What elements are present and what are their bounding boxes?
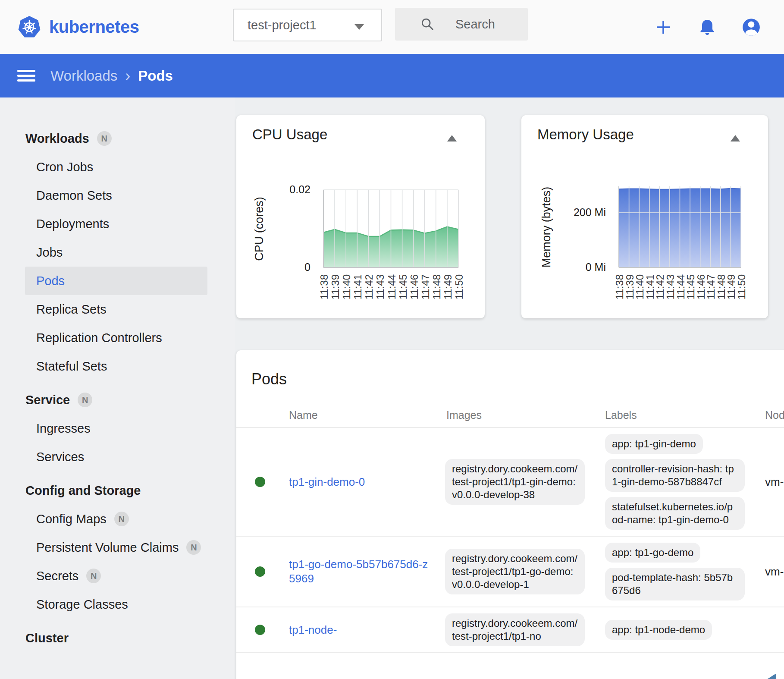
top-header: kubernetes test-project1 xyxy=(0,0,784,54)
images-cell: registry.dory.cookeem.com/test-project1/… xyxy=(445,459,605,505)
kubernetes-logo-icon xyxy=(17,15,41,39)
brand-name: kubernetes xyxy=(49,17,139,37)
sidebar-item-label: Replica Sets xyxy=(36,302,107,317)
sidebar-item-storage-classes[interactable]: Storage Classes xyxy=(25,590,207,619)
pod-name-link[interactable]: tp1-go-demo-5b57b675d6-z5969 xyxy=(289,557,431,586)
label-chip: app: tp1-node-demo xyxy=(605,620,712,640)
label-chip: controller-revision-hash: tp1-gin-demo-5… xyxy=(605,459,745,492)
labels-cell: app: tp1-node-demo xyxy=(605,620,765,640)
namespaced-badge: N xyxy=(186,540,201,555)
svg-text:11:43: 11:43 xyxy=(374,274,386,299)
pods-table-card: Pods Name Images Labels Node tp1-gin-dem… xyxy=(236,350,784,679)
chevron-right-icon: › xyxy=(125,67,130,85)
node-cell: vm- xyxy=(765,565,784,578)
table-row: tp1-node-registry.dory.cookeem.com/test-… xyxy=(236,607,784,653)
notifications-button[interactable] xyxy=(693,13,722,42)
namespaced-badge: N xyxy=(97,131,112,146)
sidebar-item-label: Pods xyxy=(36,274,65,288)
sidebar-item-label: Daemon Sets xyxy=(36,189,112,203)
menu-icon[interactable] xyxy=(17,67,35,84)
sidebar-item-deployments[interactable]: Deployments xyxy=(25,210,207,238)
collapse-arrow-icon[interactable] xyxy=(731,135,740,141)
sidebar-group-header-workloads[interactable]: WorkloadsN xyxy=(25,124,235,153)
sidebar-nav: WorkloadsNCron JobsDaemon SetsDeployment… xyxy=(0,97,235,679)
pod-name-link[interactable]: tp1-node- xyxy=(289,623,337,637)
sidebar-item-label: Storage Classes xyxy=(36,597,128,612)
label-chip: pod-template-hash: 5b57b675d6 xyxy=(605,568,745,600)
sidebar-item-pods[interactable]: Pods xyxy=(25,267,207,295)
charts-row: CPU Usage CPU (cores) 0.02 0 11:3811:391… xyxy=(236,115,784,318)
sidebar-item-config-maps[interactable]: Config MapsN xyxy=(25,505,207,533)
pods-table-title: Pods xyxy=(236,350,784,388)
svg-text:11:46: 11:46 xyxy=(408,274,420,299)
memory-y-axis-label: Memory (bytes) xyxy=(527,186,566,267)
search-input[interactable] xyxy=(455,17,528,32)
sidebar-item-cron-jobs[interactable]: Cron Jobs xyxy=(25,153,207,181)
sidebar-item-jobs[interactable]: Jobs xyxy=(25,238,207,267)
images-cell: registry.dory.cookeem.com/test-project1/… xyxy=(445,549,605,594)
sidebar-item-daemon-sets[interactable]: Daemon Sets xyxy=(25,181,207,210)
header-actions xyxy=(649,0,781,54)
memory-usage-card: Memory Usage Memory (bytes) 200 Mi 0 Mi … xyxy=(521,115,768,318)
svg-text:11:45: 11:45 xyxy=(397,274,409,299)
brand[interactable]: kubernetes xyxy=(17,15,139,39)
account-button[interactable] xyxy=(737,13,766,42)
plus-icon xyxy=(654,18,673,37)
status-cell xyxy=(236,477,289,487)
sidebar-item-label: Jobs xyxy=(36,245,63,260)
pod-status-icon xyxy=(255,625,265,635)
sidebar-item-replication-controllers[interactable]: Replication Controllers xyxy=(25,324,207,352)
table-header-row: Name Images Labels Node xyxy=(236,403,784,428)
svg-text:11:38: 11:38 xyxy=(318,274,330,299)
pod-name-link[interactable]: tp1-gin-demo-0 xyxy=(289,475,365,489)
status-cell xyxy=(236,625,289,635)
name-cell: tp1-go-demo-5b57b675d6-z5969 xyxy=(289,557,445,586)
bell-icon xyxy=(698,18,717,37)
sidebar-item-stateful-sets[interactable]: Stateful Sets xyxy=(25,352,207,380)
sidebar-item-services[interactable]: Services xyxy=(25,443,207,471)
sidebar-group-label: Workloads xyxy=(25,132,89,146)
collapse-arrow-icon[interactable] xyxy=(447,135,457,141)
name-cell: tp1-gin-demo-0 xyxy=(289,475,445,489)
add-button[interactable] xyxy=(649,13,678,42)
sidebar-item-label: Ingresses xyxy=(36,421,91,436)
table-body: tp1-gin-demo-0registry.dory.cookeem.com/… xyxy=(236,428,784,653)
images-cell: registry.dory.cookeem.com/test-project1/… xyxy=(445,613,605,646)
sidebar-item-secrets[interactable]: SecretsN xyxy=(25,562,207,590)
table-row: tp1-gin-demo-0registry.dory.cookeem.com/… xyxy=(236,428,784,537)
image-chip: registry.dory.cookeem.com/test-project1/… xyxy=(445,549,585,594)
namespaced-badge: N xyxy=(86,569,101,583)
sidebar-item-label: Services xyxy=(36,450,84,464)
column-header-node: Node xyxy=(765,409,784,421)
sidebar-group-header-config-and-storage[interactable]: Config and Storage xyxy=(25,476,235,505)
sidebar-item-persistent-volume-claims[interactable]: Persistent Volume ClaimsN xyxy=(25,533,207,562)
sidebar-item-label: Secrets xyxy=(36,569,78,583)
cpu-y-axis-label: CPU (cores) xyxy=(240,190,279,267)
svg-text:11:49: 11:49 xyxy=(442,274,454,299)
column-header-images: Images xyxy=(445,409,605,421)
sidebar-group-header-cluster[interactable]: Cluster xyxy=(25,624,235,652)
sidebar-item-replica-sets[interactable]: Replica Sets xyxy=(25,295,207,324)
project-selector-value: test-project1 xyxy=(248,18,317,32)
sidebar-group-header-service[interactable]: ServiceN xyxy=(25,386,235,414)
breadcrumb: Workloads › Pods xyxy=(50,67,173,85)
breadcrumb-workloads[interactable]: Workloads xyxy=(50,68,117,84)
search-icon xyxy=(420,16,435,32)
svg-text:11:48: 11:48 xyxy=(431,274,442,299)
svg-text:11:41: 11:41 xyxy=(352,274,364,299)
cpu-ytick-top: 0.02 xyxy=(275,183,310,196)
column-header-labels: Labels xyxy=(605,409,765,421)
status-cell xyxy=(236,566,289,577)
account-circle-icon xyxy=(741,17,761,37)
namespaced-badge: N xyxy=(78,393,92,407)
svg-text:11:47: 11:47 xyxy=(420,274,431,299)
cpu-ytick-bottom: 0 xyxy=(275,261,310,273)
sidebar-group-label: Service xyxy=(25,393,70,407)
project-selector[interactable]: test-project1 xyxy=(233,9,382,41)
svg-text:11:39: 11:39 xyxy=(329,274,341,299)
sidebar-item-label: Replication Controllers xyxy=(36,331,162,345)
sidebar-item-label: Cron Jobs xyxy=(36,160,93,174)
sidebar-item-label: Config Maps xyxy=(36,512,107,526)
sidebar-item-ingresses[interactable]: Ingresses xyxy=(25,414,207,443)
search-box[interactable] xyxy=(395,8,528,41)
